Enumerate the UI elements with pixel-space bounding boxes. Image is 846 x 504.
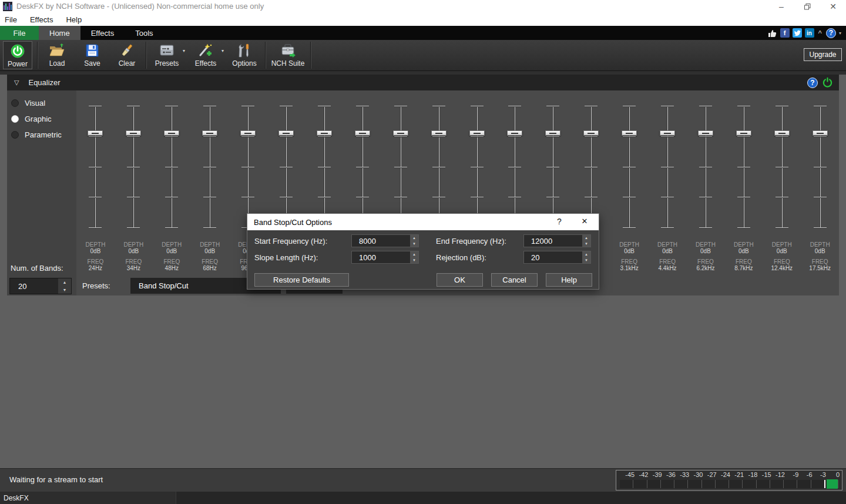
end-frequency-field[interactable]: 12000 ▲▼ [523,234,591,247]
help-dropdown-icon[interactable]: ▾ [839,31,841,36]
options-button[interactable]: Options [225,41,264,69]
collapse-ribbon-icon[interactable]: ^ [818,29,822,36]
twitter-icon[interactable] [793,28,802,38]
slider-handle[interactable] [431,130,446,136]
restore-button[interactable] [794,0,820,13]
load-label: Load [49,59,65,68]
slider-handle[interactable] [736,130,751,136]
cancel-button[interactable]: Cancel [491,273,538,287]
dialog-title-bar[interactable]: Band Stop/Cut Options ? ✕ [247,214,599,230]
equalizer-power-icon[interactable] [822,77,833,88]
slider-handle[interactable] [202,130,217,136]
slider-handle[interactable] [507,130,522,136]
spin-down-icon[interactable]: ▼ [582,257,590,263]
radio-icon[interactable] [11,99,19,107]
slider-handle[interactable] [88,130,103,136]
slider-handle[interactable] [317,130,332,136]
slider-handle[interactable] [126,130,141,136]
spin-down-icon[interactable]: ▼ [582,241,590,247]
effects-dropdown-icon[interactable]: ▾ [221,48,224,53]
nch-suite-button[interactable]: NCH Suite [267,41,309,69]
presets-button[interactable]: Presets ▾ [147,41,186,69]
eq-mode-option[interactable]: Visual [7,95,76,111]
num-bands-up-icon[interactable]: ▲ [58,278,71,286]
slider-handle[interactable] [469,130,485,136]
slider-tick [203,136,216,137]
slider-tick [203,106,216,106]
band-depth-value: 0dB [610,248,649,254]
title-bar: DeskFX by NCH Software - (Unlicensed) No… [0,0,846,13]
radio-icon[interactable] [11,115,19,123]
slider-handle[interactable] [355,130,370,136]
help-icon[interactable]: ? [826,28,836,38]
tab-tools[interactable]: Tools [125,26,163,40]
eq-mode-option[interactable]: Graphic [7,111,76,127]
eq-mode-option[interactable]: Parametric [7,127,76,143]
slider-handle[interactable] [622,130,637,136]
slider-tick [737,227,750,228]
menu-effects[interactable]: Effects [30,15,60,24]
slider-handle[interactable] [583,130,599,136]
tab-effects[interactable]: Effects [80,26,125,40]
slider-handle[interactable] [545,130,560,136]
folder-icon [49,43,65,58]
start-frequency-field[interactable]: 8000 ▲▼ [351,234,419,247]
eq-band: DEPTH 0dB FREQ 6.2kHz [687,90,725,295]
spin-up-icon[interactable]: ▲ [410,235,418,241]
presets-dropdown-icon[interactable]: ▾ [183,48,185,53]
ok-button[interactable]: OK [437,273,483,287]
slider-tick [737,167,750,167]
power-button[interactable]: Power [3,41,32,69]
like-icon[interactable] [768,28,777,38]
collapse-panel-icon[interactable]: ▽ [14,79,19,86]
band-freq-value: 48Hz [153,266,191,271]
slider-handle[interactable] [393,130,408,136]
slider-handle[interactable] [698,130,713,136]
spin-down-icon[interactable]: ▼ [410,257,418,263]
num-bands-down-icon[interactable]: ▼ [58,286,71,294]
spin-up-icon[interactable]: ▲ [410,251,418,257]
slider-tick [203,197,216,197]
num-bands-stepper[interactable]: 20 ▲ ▼ [9,278,72,294]
tab-home[interactable]: Home [39,26,80,40]
slider-handle[interactable] [278,130,294,136]
linkedin-icon[interactable]: in [805,28,814,38]
slider-tick [814,106,827,106]
slider-handle[interactable] [813,130,828,136]
rejection-field[interactable]: 20 ▲▼ [523,251,591,264]
dialog-help-icon[interactable]: ? [554,217,565,226]
slider-tick [394,106,407,106]
slider-tick [165,197,178,197]
clear-button[interactable]: Clear [109,41,145,69]
slider-handle[interactable] [164,130,179,136]
num-bands-label: Num. of Bands: [11,264,63,273]
num-bands-value: 20 [18,282,26,291]
os-taskbar: DeskFX [0,492,846,504]
upgrade-button[interactable]: Upgrade [804,48,842,61]
slider-tick [737,136,750,137]
slider-handle[interactable] [240,130,256,136]
eq-band: DEPTH 0dB FREQ 17.5kHz [801,90,839,295]
slope-length-field[interactable]: 1000 ▲▼ [351,251,419,264]
equalizer-help-icon[interactable]: ? [807,78,818,88]
taskbar-item-deskfx[interactable]: DeskFX [0,492,176,504]
restore-defaults-button[interactable]: Restore Defaults [254,273,349,287]
effects-button[interactable]: Effects ▾ [186,41,225,69]
spin-up-icon[interactable]: ▲ [582,251,590,257]
slider-handle[interactable] [660,130,675,136]
minimize-button[interactable]: – [768,0,794,13]
help-button[interactable]: Help [546,273,592,287]
spin-down-icon[interactable]: ▼ [410,241,418,247]
menu-file[interactable]: File [5,15,24,24]
dialog-close-icon[interactable]: ✕ [579,217,590,226]
save-button[interactable]: Save [75,41,109,69]
facebook-icon[interactable]: f [780,28,790,38]
close-button[interactable]: ✕ [820,0,846,13]
menu-help[interactable]: Help [66,15,88,24]
tab-file[interactable]: File [0,26,39,40]
load-button[interactable]: Load [39,41,75,69]
meter-segment [743,480,756,488]
radio-icon[interactable] [11,131,19,139]
slider-handle[interactable] [774,130,790,136]
spin-up-icon[interactable]: ▲ [582,235,590,241]
